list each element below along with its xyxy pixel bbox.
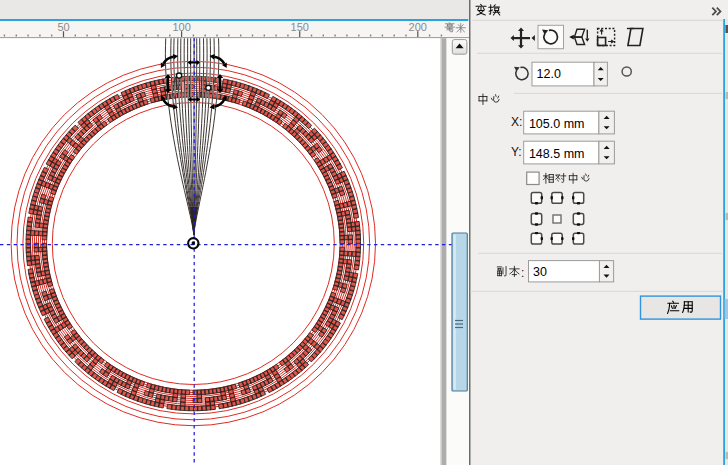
svg-text::: :: [521, 266, 524, 280]
svg-text:50: 50: [57, 21, 69, 33]
svg-text:Y:: Y:: [511, 145, 522, 159]
svg-text:105.0 mm: 105.0 mm: [529, 117, 585, 131]
svg-text:200: 200: [409, 21, 427, 33]
svg-text:100: 100: [172, 21, 190, 33]
svg-text:150: 150: [291, 21, 309, 33]
svg-text:30: 30: [533, 265, 547, 279]
svg-text:148.5 mm: 148.5 mm: [529, 147, 585, 161]
svg-text:X:: X:: [511, 115, 522, 129]
svg-text:12.0: 12.0: [537, 67, 561, 81]
